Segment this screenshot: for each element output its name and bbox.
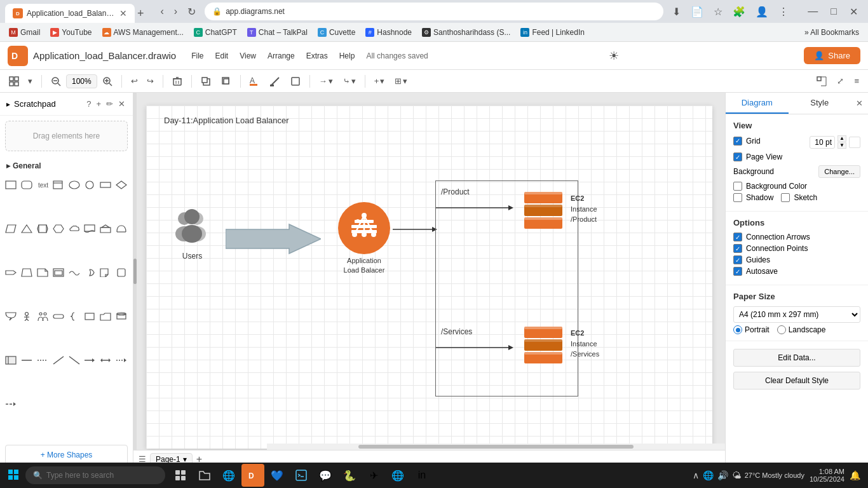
extension-icon[interactable]: 🧩 [729, 3, 749, 20]
shape-diagonal-line2[interactable] [67, 353, 81, 367]
share-button[interactable]: 👤 Share [804, 47, 860, 64]
connection-points-checkbox[interactable]: ✓ Connection Points [733, 244, 860, 253]
ec2-bottom-group[interactable]: EC2 Instance /Services [521, 322, 599, 366]
shape-circle[interactable] [83, 178, 97, 192]
h-scroll-thumb[interactable] [358, 445, 634, 449]
shape-rounded-rect[interactable] [20, 178, 34, 192]
fit-page-btn[interactable] [813, 74, 831, 89]
shape-fill-btn[interactable] [287, 74, 304, 89]
profile-icon[interactable]: 👤 [752, 3, 772, 20]
telegram-btn[interactable]: ✈ [362, 464, 385, 487]
bookmark-cuvette[interactable]: C Cuvette [314, 26, 359, 39]
page-view-checkbox[interactable]: ✓ Page View [733, 152, 860, 161]
settings-btn[interactable]: ☀ [606, 46, 621, 65]
menu-extras[interactable]: Extras [301, 49, 333, 63]
zoom-out-btn[interactable] [47, 74, 65, 89]
shape-doc[interactable] [83, 222, 97, 236]
shape-dashed-arrow[interactable] [4, 397, 18, 411]
connection-style-btn[interactable]: → ▾ [315, 74, 337, 88]
chrome-btn[interactable]: 🌐 [217, 464, 240, 487]
alb-group[interactable]: Application Load Balacer [338, 202, 390, 276]
help-btn[interactable]: ? [85, 98, 92, 110]
h-scrollbar[interactable] [267, 444, 725, 450]
shape-note[interactable] [51, 178, 65, 192]
canvas-content[interactable]: Day-11:Application Load Balancer Users [146, 105, 712, 449]
forward-btn[interactable]: › [170, 3, 181, 20]
connection-arrows-checkbox[interactable]: ✓ Connection Arrows [733, 233, 860, 241]
vscode-btn[interactable]: 💙 [266, 464, 288, 487]
whatsapp-btn[interactable]: 💬 [314, 464, 337, 487]
bg-color-checkbox[interactable]: Background Color [733, 182, 860, 191]
shape-pill[interactable] [51, 309, 65, 323]
shape-box[interactable] [83, 309, 97, 323]
minimize-btn[interactable]: — [803, 3, 823, 20]
shape-dotted-line[interactable] [36, 353, 50, 367]
address-bar[interactable]: 🔒 app.diagrams.net [205, 3, 663, 20]
shape-arrow-right[interactable] [83, 353, 97, 367]
general-section-header[interactable]: ▸ General [0, 156, 133, 175]
grid-up-btn[interactable]: ▲ [837, 135, 846, 142]
waypoint-btn[interactable]: ⤷ ▾ [339, 74, 360, 88]
maximize-btn[interactable]: □ [825, 3, 842, 20]
paper-size-select[interactable]: A4 (210 mm x 297 mm) [733, 306, 860, 323]
shape-hexagon[interactable] [51, 222, 65, 236]
users-group[interactable]: Users [168, 207, 216, 261]
shape-folder[interactable] [98, 309, 112, 323]
line-color-btn[interactable] [266, 74, 284, 89]
grid-value-input[interactable] [810, 136, 835, 149]
shape-crescent[interactable] [83, 266, 97, 280]
task-view-btn[interactable] [169, 464, 192, 487]
menu-edit[interactable]: Edit [210, 49, 234, 63]
guides-checkbox[interactable]: ✓ Guides [733, 255, 860, 264]
tab-close-btn[interactable]: ✕ [119, 8, 127, 18]
zoom-level[interactable]: 100% [66, 74, 97, 88]
search-input[interactable] [46, 471, 148, 480]
shape-diagonal-line[interactable] [51, 353, 65, 367]
menu-help[interactable]: Help [334, 49, 360, 63]
fill-color-btn[interactable]: A [246, 74, 264, 88]
bookmark-linkedin[interactable]: in Feed | LinkedIn [517, 26, 588, 39]
bookmark-hashnode[interactable]: # Hashnode [362, 26, 416, 39]
portrait-option[interactable]: Portrait [733, 325, 770, 334]
shape-ellipse[interactable] [67, 178, 81, 192]
fullscreen-btn[interactable]: ⤢ [833, 74, 848, 89]
insert-btn[interactable]: + ▾ [370, 74, 389, 88]
shape-half-circle[interactable] [114, 222, 128, 236]
terminal-btn[interactable] [290, 464, 313, 487]
bookmark-gmail[interactable]: M Gmail [5, 26, 44, 39]
shape-speech-bubble[interactable] [4, 309, 18, 323]
shape-brace[interactable] [67, 309, 81, 323]
shape-process[interactable] [36, 222, 50, 236]
all-bookmarks-btn[interactable]: » All Bookmarks [801, 26, 863, 39]
bookmark-aws[interactable]: ☁ AWS Management... [98, 26, 187, 39]
menu-arrange[interactable]: Arrange [262, 49, 300, 63]
bookmark-chatgpt[interactable]: C ChatGPT [190, 26, 241, 39]
shape-rect2[interactable] [98, 178, 112, 192]
linkedin-task-btn[interactable]: in [410, 464, 433, 487]
shape-page[interactable] [36, 266, 50, 280]
change-background-btn[interactable]: Change... [818, 165, 860, 178]
shape-sticky-note[interactable] [98, 266, 112, 280]
shape-person[interactable] [20, 309, 34, 323]
redo-btn[interactable]: ↪ [143, 74, 158, 88]
menu-file[interactable]: File [186, 49, 208, 63]
bookmark-github[interactable]: ⚙ Santhosharihdass (S... [418, 26, 514, 39]
reload-btn[interactable]: ↻ [184, 3, 200, 20]
shape-bidirectional[interactable] [98, 353, 112, 367]
close-btn[interactable]: ✕ [844, 3, 863, 20]
tab-style[interactable]: Style [789, 93, 851, 114]
format-panel-btn[interactable]: ≡ [850, 74, 863, 89]
add-btn[interactable]: + [95, 98, 102, 110]
new-tab-btn[interactable]: + [135, 4, 147, 23]
notification-icon[interactable]: 🔔 [850, 470, 860, 480]
bookmark-youtube[interactable]: ▶ YouTube [46, 26, 95, 39]
sketch-checkbox[interactable]: Sketch [781, 193, 817, 202]
edit-btn[interactable]: ✏ [105, 98, 114, 110]
shape-text[interactable]: text [36, 178, 50, 192]
ec2-top-group[interactable]: EC2 Instance /Product [521, 187, 597, 231]
python-btn[interactable]: 🐍 [338, 464, 361, 487]
delete-btn[interactable] [168, 74, 186, 89]
left-collapse-handle[interactable] [133, 93, 137, 450]
taskbar-search[interactable]: 🔍 [25, 466, 165, 484]
canvas-area[interactable]: Day-11:Application Load Balancer Users [133, 93, 725, 468]
